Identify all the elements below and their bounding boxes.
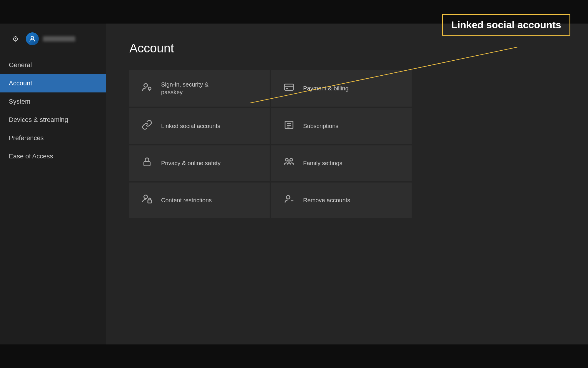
sign-in-icon	[141, 82, 153, 95]
sidebar-item-preferences[interactable]: Preferences	[0, 129, 106, 147]
tile-payment[interactable]: Payment & billing	[271, 70, 412, 107]
svg-point-16	[286, 195, 290, 199]
gear-icon[interactable]: ⚙	[9, 32, 22, 45]
annotation-text: Linked social accounts	[451, 19, 561, 30]
main-content: Account Sign-in, security & passkey Paym…	[106, 24, 588, 344]
annotation-callout: Linked social accounts	[442, 14, 570, 36]
sidebar-item-devices[interactable]: Devices & streaming	[0, 111, 106, 129]
privacy-label: Privacy & online safety	[161, 159, 220, 167]
page-title: Account	[129, 41, 564, 55]
tile-content[interactable]: Content restrictions	[129, 183, 270, 218]
svg-point-2	[148, 87, 151, 90]
sidebar-header: ⚙	[0, 32, 106, 56]
svg-point-14	[144, 195, 148, 199]
tile-linked-social[interactable]: Linked social accounts	[129, 108, 270, 144]
tile-family[interactable]: Family settings	[271, 145, 412, 181]
svg-point-13	[288, 160, 290, 162]
avatar	[26, 32, 39, 45]
nav-menu: GeneralAccountSystemDevices & streamingP…	[0, 56, 106, 165]
tile-subscriptions[interactable]: Subscriptions	[271, 108, 412, 144]
sidebar-item-account[interactable]: Account	[0, 74, 106, 92]
sign-in-label: Sign-in, security & passkey	[161, 81, 208, 96]
svg-point-0	[31, 36, 34, 39]
family-label: Family settings	[303, 159, 342, 167]
linked-social-label: Linked social accounts	[161, 122, 220, 130]
settings-grid: Sign-in, security & passkey Payment & bi…	[129, 70, 412, 218]
svg-rect-3	[285, 84, 293, 90]
sidebar-item-ease[interactable]: Ease of Access	[0, 147, 106, 165]
family-icon	[283, 157, 295, 170]
privacy-icon	[141, 157, 153, 170]
sidebar-item-general[interactable]: General	[0, 56, 106, 74]
tile-remove[interactable]: Remove accounts	[271, 183, 412, 218]
svg-rect-10	[144, 162, 150, 166]
sidebar-item-system[interactable]: System	[0, 92, 106, 111]
bottom-bar	[0, 344, 588, 368]
content-label: Content restrictions	[161, 196, 212, 204]
svg-rect-15	[148, 200, 151, 203]
payment-label: Payment & billing	[303, 84, 349, 92]
subscriptions-label: Subscriptions	[303, 122, 338, 130]
svg-point-1	[144, 84, 148, 87]
content-icon	[141, 194, 153, 207]
remove-label: Remove accounts	[303, 196, 350, 204]
sidebar: ⚙ GeneralAccountSystemDevices & streamin…	[0, 24, 106, 344]
subscriptions-icon	[283, 120, 295, 132]
tile-privacy[interactable]: Privacy & online safety	[129, 145, 270, 181]
username-display	[43, 36, 75, 42]
tile-sign-in[interactable]: Sign-in, security & passkey	[129, 70, 270, 107]
remove-icon	[283, 194, 295, 207]
payment-icon	[283, 82, 295, 95]
linked-social-icon	[141, 120, 153, 132]
